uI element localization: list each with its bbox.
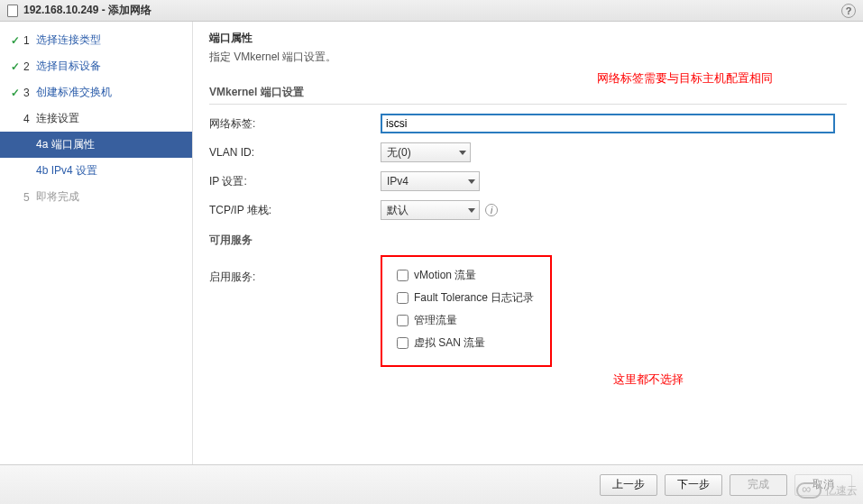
vlan-value: 无(0) <box>387 145 411 160</box>
step-1[interactable]: ✓ 1 选择连接类型 <box>0 27 192 53</box>
titlebar: 192.168.10.249 - 添加网络 ? <box>0 0 863 22</box>
row-enable-services: 启用服务: vMotion 流量 Fault Tolerance 日志记录 管理… <box>209 261 847 367</box>
vmotion-checkbox[interactable] <box>397 270 409 281</box>
step-label: 连接设置 <box>36 111 79 126</box>
next-button[interactable]: 下一步 <box>665 474 722 496</box>
row-network-label: 网络标签: <box>209 114 847 133</box>
step-number: 2 <box>23 60 36 73</box>
vsan-label: 虚拟 SAN 流量 <box>414 335 485 351</box>
network-label-input[interactable] <box>381 114 835 133</box>
page-heading: 端口属性 <box>209 31 847 46</box>
step-5: 5 即将完成 <box>0 184 192 210</box>
tcpip-value: 默认 <box>387 203 409 218</box>
step-label: 选择目标设备 <box>36 59 101 74</box>
content: ✓ 1 选择连接类型 ✓ 2 选择目标设备 ✓ 3 创建标准交换机 4 连接设置… <box>0 22 863 464</box>
help-icon[interactable]: ? <box>841 4 856 18</box>
prev-button[interactable]: 上一步 <box>600 474 657 496</box>
vsan-checkbox[interactable] <box>397 337 409 349</box>
wizard-sidebar: ✓ 1 选择连接类型 ✓ 2 选择目标设备 ✓ 3 创建标准交换机 4 连接设置… <box>0 22 193 464</box>
section-available-services: 可用服务 <box>209 229 847 252</box>
mgmt-checkbox[interactable] <box>397 315 409 326</box>
document-icon <box>7 5 18 17</box>
row-ip: IP 设置: IPv4 <box>209 171 847 191</box>
step-2[interactable]: ✓ 2 选择目标设备 <box>0 53 192 79</box>
ft-checkbox[interactable] <box>397 292 409 304</box>
check-icon: ✓ <box>11 60 23 73</box>
vmotion-label: vMotion 流量 <box>414 268 476 283</box>
step-number: 4 <box>23 113 36 125</box>
window-title: 192.168.10.249 - 添加网络 <box>23 3 151 18</box>
service-mgmt-row: 管理流量 <box>397 313 536 328</box>
service-vsan-row: 虚拟 SAN 流量 <box>397 335 536 351</box>
label-ip: IP 设置: <box>209 174 381 189</box>
check-icon: ✓ <box>11 34 23 47</box>
vlan-select[interactable]: 无(0) <box>381 142 471 162</box>
service-ft-row: Fault Tolerance 日志记录 <box>397 290 536 306</box>
row-vlan: VLAN ID: 无(0) <box>209 142 847 162</box>
step-label: 即将完成 <box>36 189 79 205</box>
finish-button: 完成 <box>730 474 787 496</box>
step-label: 4b IPv4 设置 <box>36 163 97 179</box>
ft-label: Fault Tolerance 日志记录 <box>414 290 534 306</box>
chevron-down-icon <box>468 208 475 213</box>
service-vmotion-row: vMotion 流量 <box>397 268 536 283</box>
page-description: 指定 VMkernel 端口设置。 <box>209 50 847 65</box>
label-tcpip: TCP/IP 堆栈: <box>209 203 381 218</box>
ip-select[interactable]: IPv4 <box>381 171 480 191</box>
label-enable-services: 启用服务: <box>209 261 381 285</box>
step-4[interactable]: 4 连接设置 <box>0 105 192 132</box>
tcpip-select[interactable]: 默认 <box>381 200 480 220</box>
chevron-down-icon <box>459 151 466 155</box>
mgmt-label: 管理流量 <box>414 313 457 328</box>
step-3[interactable]: ✓ 3 创建标准交换机 <box>0 79 192 105</box>
annotation-top: 网络标签需要与目标主机配置相同 <box>581 71 788 87</box>
check-icon: ✓ <box>11 87 23 99</box>
step-number: 3 <box>23 87 36 99</box>
services-box: vMotion 流量 Fault Tolerance 日志记录 管理流量 虚拟 … <box>381 255 552 367</box>
ip-value: IPv4 <box>387 175 409 188</box>
main-panel: 端口属性 指定 VMkernel 端口设置。 网络标签需要与目标主机配置相同 V… <box>193 22 863 464</box>
annotation-bottom: 这里都不选择 <box>581 371 716 388</box>
info-icon[interactable]: i <box>485 204 498 216</box>
step-number: 5 <box>23 191 36 204</box>
step-number: 1 <box>23 34 36 47</box>
label-vlan: VLAN ID: <box>209 146 381 159</box>
step-label: 4a 端口属性 <box>36 137 95 152</box>
chevron-down-icon <box>468 179 475 184</box>
step-label: 选择连接类型 <box>36 32 101 48</box>
label-network-label: 网络标签: <box>209 116 381 132</box>
cancel-button[interactable]: 取消 <box>794 474 852 496</box>
step-4b[interactable]: 4b IPv4 设置 <box>0 158 192 184</box>
footer: 上一步 下一步 完成 取消 亿速云 <box>0 464 863 504</box>
step-4a[interactable]: 4a 端口属性 <box>0 132 192 158</box>
step-label: 创建标准交换机 <box>36 85 112 100</box>
row-tcpip: TCP/IP 堆栈: 默认 i <box>209 200 847 220</box>
